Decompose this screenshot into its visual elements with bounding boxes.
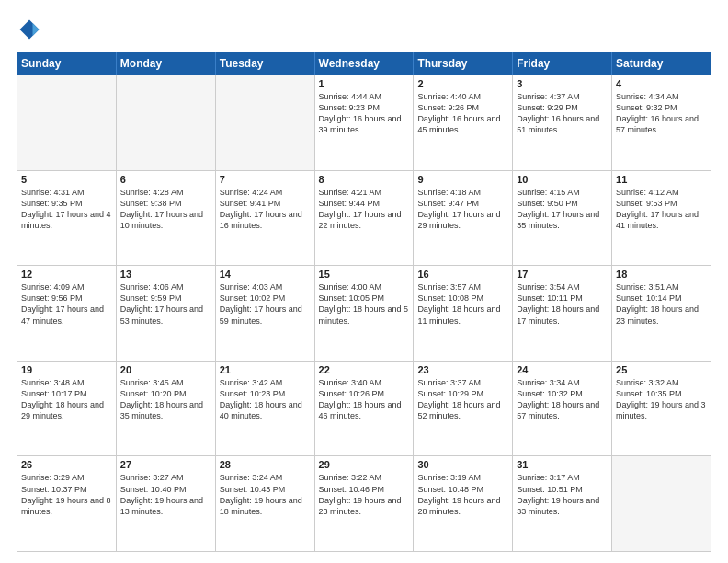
day-number: 21 [220,364,311,375]
day-number: 18 [616,269,707,280]
weekday-header-row: SundayMondayTuesdayWednesdayThursdayFrid… [17,52,711,75]
day-number: 8 [319,174,410,185]
day-number: 10 [517,174,608,185]
calendar-cell: 16Sunrise: 3:57 AM Sunset: 10:08 PM Dayl… [414,266,513,362]
day-info: Sunrise: 4:34 AM Sunset: 9:32 PM Dayligh… [616,91,707,136]
day-number: 24 [517,364,608,375]
day-info: Sunrise: 4:18 AM Sunset: 9:47 PM Dayligh… [417,187,508,232]
calendar-cell: 13Sunrise: 4:06 AM Sunset: 9:59 PM Dayli… [116,266,215,362]
calendar-cell: 23Sunrise: 3:37 AM Sunset: 10:29 PM Dayl… [414,361,513,456]
logo-icon [17,17,42,42]
day-number: 23 [417,364,508,375]
day-number: 4 [616,78,707,89]
day-number: 30 [417,459,508,470]
calendar-cell: 8Sunrise: 4:21 AM Sunset: 9:44 PM Daylig… [314,170,414,266]
day-number: 9 [417,174,508,185]
day-number: 14 [220,269,311,280]
weekday-header-friday: Friday [513,52,612,75]
calendar-cell: 10Sunrise: 4:15 AM Sunset: 9:50 PM Dayli… [513,170,612,266]
calendar-cell: 4Sunrise: 4:34 AM Sunset: 9:32 PM Daylig… [612,75,711,171]
day-number: 11 [616,174,707,185]
calendar-cell: 30Sunrise: 3:19 AM Sunset: 10:48 PM Dayl… [414,456,513,552]
day-number: 5 [21,174,112,185]
day-number: 2 [417,78,508,89]
day-info: Sunrise: 4:24 AM Sunset: 9:41 PM Dayligh… [220,187,311,232]
calendar-cell: 14Sunrise: 4:03 AM Sunset: 10:02 PM Dayl… [215,266,314,362]
day-info: Sunrise: 3:32 AM Sunset: 10:35 PM Daylig… [616,377,707,422]
day-number: 20 [120,364,211,375]
week-row-3: 19Sunrise: 3:48 AM Sunset: 10:17 PM Dayl… [17,361,711,456]
day-number: 27 [120,459,211,470]
weekday-header-sunday: Sunday [17,52,117,75]
day-info: Sunrise: 3:27 AM Sunset: 10:40 PM Daylig… [120,472,211,517]
calendar-cell [116,75,215,171]
calendar-cell: 18Sunrise: 3:51 AM Sunset: 10:14 PM Dayl… [612,266,711,362]
day-info: Sunrise: 3:22 AM Sunset: 10:46 PM Daylig… [319,472,410,517]
calendar-cell [612,456,711,552]
calendar-cell: 20Sunrise: 3:45 AM Sunset: 10:20 PM Dayl… [116,361,215,456]
calendar-cell: 15Sunrise: 4:00 AM Sunset: 10:05 PM Dayl… [314,266,414,362]
day-info: Sunrise: 4:44 AM Sunset: 9:23 PM Dayligh… [319,91,410,136]
calendar-cell: 25Sunrise: 3:32 AM Sunset: 10:35 PM Dayl… [612,361,711,456]
calendar-cell: 12Sunrise: 4:09 AM Sunset: 9:56 PM Dayli… [17,266,117,362]
day-info: Sunrise: 4:37 AM Sunset: 9:29 PM Dayligh… [517,91,608,136]
day-info: Sunrise: 3:48 AM Sunset: 10:17 PM Daylig… [21,377,112,422]
day-info: Sunrise: 4:15 AM Sunset: 9:50 PM Dayligh… [517,187,608,232]
day-number: 13 [120,269,211,280]
calendar-cell: 26Sunrise: 3:29 AM Sunset: 10:37 PM Dayl… [17,456,117,552]
day-number: 1 [319,78,410,89]
day-info: Sunrise: 4:31 AM Sunset: 9:35 PM Dayligh… [21,187,112,232]
calendar-cell: 21Sunrise: 3:42 AM Sunset: 10:23 PM Dayl… [215,361,314,456]
day-info: Sunrise: 3:34 AM Sunset: 10:32 PM Daylig… [517,377,608,422]
calendar-table: SundayMondayTuesdayWednesdayThursdayFrid… [17,52,711,552]
day-info: Sunrise: 3:57 AM Sunset: 10:08 PM Daylig… [417,282,508,327]
day-info: Sunrise: 4:09 AM Sunset: 9:56 PM Dayligh… [21,282,112,327]
day-number: 28 [220,459,311,470]
day-info: Sunrise: 4:06 AM Sunset: 9:59 PM Dayligh… [120,282,211,327]
calendar-cell [17,75,117,171]
calendar-cell: 1Sunrise: 4:44 AM Sunset: 9:23 PM Daylig… [314,75,414,171]
day-info: Sunrise: 4:21 AM Sunset: 9:44 PM Dayligh… [319,187,410,232]
calendar-cell: 6Sunrise: 4:28 AM Sunset: 9:38 PM Daylig… [116,170,215,266]
weekday-header-tuesday: Tuesday [215,52,314,75]
day-number: 6 [120,174,211,185]
calendar-cell: 17Sunrise: 3:54 AM Sunset: 10:11 PM Dayl… [513,266,612,362]
day-info: Sunrise: 4:12 AM Sunset: 9:53 PM Dayligh… [616,187,707,232]
calendar-cell: 9Sunrise: 4:18 AM Sunset: 9:47 PM Daylig… [414,170,513,266]
calendar-cell: 31Sunrise: 3:17 AM Sunset: 10:51 PM Dayl… [513,456,612,552]
day-number: 12 [21,269,112,280]
day-info: Sunrise: 3:24 AM Sunset: 10:43 PM Daylig… [220,472,311,517]
day-info: Sunrise: 4:03 AM Sunset: 10:02 PM Daylig… [220,282,311,327]
page: SundayMondayTuesdayWednesdayThursdayFrid… [0,0,728,563]
day-number: 22 [319,364,410,375]
calendar-cell: 11Sunrise: 4:12 AM Sunset: 9:53 PM Dayli… [612,170,711,266]
svg-marker-1 [33,23,40,36]
day-number: 7 [220,174,311,185]
calendar-cell: 27Sunrise: 3:27 AM Sunset: 10:40 PM Dayl… [116,456,215,552]
weekday-header-thursday: Thursday [414,52,513,75]
day-number: 25 [616,364,707,375]
day-info: Sunrise: 3:19 AM Sunset: 10:48 PM Daylig… [417,472,508,517]
header [17,17,711,42]
calendar-cell: 22Sunrise: 3:40 AM Sunset: 10:26 PM Dayl… [314,361,414,456]
day-info: Sunrise: 4:40 AM Sunset: 9:26 PM Dayligh… [417,91,508,136]
day-info: Sunrise: 3:37 AM Sunset: 10:29 PM Daylig… [417,377,508,422]
calendar-cell: 2Sunrise: 4:40 AM Sunset: 9:26 PM Daylig… [414,75,513,171]
day-number: 3 [517,78,608,89]
day-number: 17 [517,269,608,280]
weekday-header-monday: Monday [116,52,215,75]
week-row-0: 1Sunrise: 4:44 AM Sunset: 9:23 PM Daylig… [17,75,711,171]
day-info: Sunrise: 3:17 AM Sunset: 10:51 PM Daylig… [517,472,608,517]
calendar-cell: 5Sunrise: 4:31 AM Sunset: 9:35 PM Daylig… [17,170,117,266]
day-number: 15 [319,269,410,280]
calendar-cell: 7Sunrise: 4:24 AM Sunset: 9:41 PM Daylig… [215,170,314,266]
calendar-cell: 19Sunrise: 3:48 AM Sunset: 10:17 PM Dayl… [17,361,117,456]
day-info: Sunrise: 3:29 AM Sunset: 10:37 PM Daylig… [21,472,112,517]
weekday-header-wednesday: Wednesday [314,52,414,75]
day-number: 29 [319,459,410,470]
day-number: 16 [417,269,508,280]
weekday-header-saturday: Saturday [612,52,711,75]
calendar-cell: 28Sunrise: 3:24 AM Sunset: 10:43 PM Dayl… [215,456,314,552]
week-row-2: 12Sunrise: 4:09 AM Sunset: 9:56 PM Dayli… [17,266,711,362]
day-info: Sunrise: 4:00 AM Sunset: 10:05 PM Daylig… [319,282,410,327]
